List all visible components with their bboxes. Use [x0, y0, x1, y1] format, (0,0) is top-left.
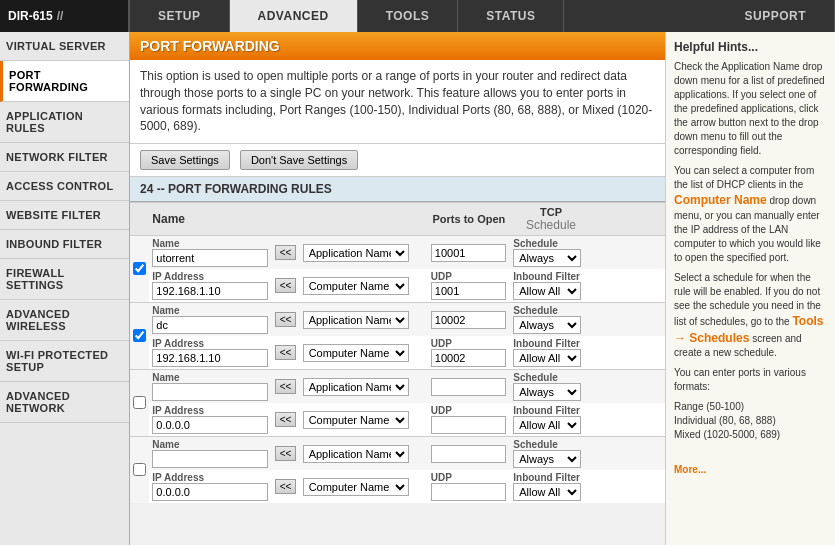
row2-app-name-select[interactable]: Application Name [303, 311, 409, 329]
more-link[interactable]: More... [674, 464, 706, 475]
sidebar-item-application-rules[interactable]: APPLICATION RULES [0, 102, 129, 143]
sidebar-item-virtual-server[interactable]: VIRTUAL SERVER [0, 32, 129, 61]
row2-computer-name-cell: Computer Name [300, 336, 412, 370]
save-settings-button[interactable]: Save Settings [140, 150, 230, 170]
table-row: Name << Application Name [130, 437, 665, 471]
header-checkbox-col [130, 203, 149, 236]
row3-app-name-select[interactable]: Application Name [303, 378, 409, 396]
row2-app-name-cell: Application Name [300, 303, 412, 337]
row1-udp-cell: UDP [428, 269, 510, 303]
sidebar-item-advanced-network[interactable]: ADVANCED NETWORK [0, 382, 129, 423]
sidebar-item-firewall-settings[interactable]: FIREWALL SETTINGS [0, 259, 129, 300]
nav-support[interactable]: SUPPORT [716, 0, 835, 32]
brand-logo: DIR-615 // [0, 0, 130, 32]
description-text: This option is used to open multiple por… [140, 69, 652, 133]
row2-schedule-select[interactable]: Always [513, 316, 581, 334]
row2-app-arrow-cell [412, 303, 428, 337]
row4-arrow-button[interactable]: << [275, 446, 297, 461]
row2-name-input[interactable] [152, 316, 268, 334]
row4-ip-input[interactable] [152, 483, 268, 501]
forwarding-rules-table-area: Name Ports to Open TCPSchedule [130, 202, 665, 545]
row2-udp-input[interactable] [431, 349, 506, 367]
row1-arrow-cell: << [271, 236, 299, 270]
row2-ip-arrow-cell: << [271, 336, 299, 370]
row4-app-name-select[interactable]: Application Name [303, 445, 409, 463]
row3-schedule-select[interactable]: Always [513, 383, 581, 401]
row3-udp-cell: UDP [428, 403, 510, 437]
forwarding-rules-table: Name Ports to Open TCPSchedule [130, 202, 665, 503]
row1-app-name-select[interactable]: Application Name [303, 244, 409, 262]
row4-ip-arrow-button[interactable]: << [275, 479, 297, 494]
row2-ip-arrow-button[interactable]: << [275, 345, 297, 360]
row1-ip-input[interactable] [152, 282, 268, 300]
table-row: Name << Application Name [130, 370, 665, 404]
sidebar-item-wifi-protected[interactable]: WI-FI PROTECTED SETUP [0, 341, 129, 382]
row3-tcp-input[interactable] [431, 378, 506, 396]
row4-schedule-select[interactable]: Always [513, 450, 581, 468]
row1-computer-name-cell: Computer Name [300, 269, 412, 303]
row2-udp-cell: UDP [428, 336, 510, 370]
row3-arrow-button[interactable]: << [275, 379, 297, 394]
row3-enable-checkbox[interactable] [133, 396, 146, 409]
main-content: PORT FORWARDING This option is used to o… [130, 32, 665, 545]
rules-header: 24 -- PORT FORWARDING RULES [130, 177, 665, 202]
sidebar-item-inbound-filter[interactable]: INBOUND FILTER [0, 230, 129, 259]
row1-arrow-button[interactable]: << [275, 245, 297, 260]
row2-computer-name-select[interactable]: Computer Name [303, 344, 409, 362]
header-app-col [300, 203, 412, 236]
tools-schedules-link[interactable]: Tools → Schedules [674, 314, 824, 345]
row3-name-input[interactable] [152, 383, 268, 401]
nav-advanced[interactable]: ADVANCED [230, 0, 358, 32]
row1-name-input[interactable] [152, 249, 268, 267]
row1-pad [592, 269, 665, 303]
dont-save-settings-button[interactable]: Don't Save Settings [240, 150, 358, 170]
row1-enable-checkbox[interactable] [133, 262, 146, 275]
row2-inbound-spacer [592, 303, 665, 337]
table-row: IP Address << Computer Name [130, 336, 665, 370]
row4-udp-input[interactable] [431, 483, 506, 501]
table-header-row: Name Ports to Open TCPSchedule [130, 203, 665, 236]
row1-tcp-input[interactable] [431, 244, 506, 262]
row4-tcp-input[interactable] [431, 445, 506, 463]
row4-enable-checkbox[interactable] [133, 463, 146, 476]
table-row: IP Address << Computer Name [130, 269, 665, 303]
row2-arrow-button[interactable]: << [275, 312, 297, 327]
row1-inbound-select[interactable]: Allow All [513, 282, 581, 300]
row3-ip-arrow-button[interactable]: << [275, 412, 297, 427]
row3-computer-name-select[interactable]: Computer Name [303, 411, 409, 429]
row4-inbound-spacer [592, 437, 665, 471]
row1-schedule-select[interactable]: Always [513, 249, 581, 267]
nav-status[interactable]: STATUS [458, 0, 564, 32]
sidebar-item-access-control[interactable]: ACCESS CONTROL [0, 172, 129, 201]
header-schedule-col: TCPSchedule [510, 203, 591, 236]
page-description: This option is used to open multiple por… [130, 60, 665, 144]
row1-udp-input[interactable] [431, 282, 506, 300]
row3-udp-input[interactable] [431, 416, 506, 434]
row3-inbound-select[interactable]: Allow All [513, 416, 581, 434]
row2-enable-checkbox[interactable] [133, 329, 146, 342]
table-row: Name << Application Name [130, 303, 665, 337]
row4-computer-name-select[interactable]: Computer Name [303, 478, 409, 496]
row1-inbound-filter-cell: Inbound Filter Allow All [510, 269, 591, 303]
row4-name-cell: Name [149, 437, 271, 471]
help-formats: Range (50-100)Individual (80, 68, 888)Mi… [674, 400, 827, 442]
row3-ip-arrow-cell: << [271, 403, 299, 437]
row4-comp-arrow-cell [412, 470, 428, 503]
row4-inbound-select[interactable]: Allow All [513, 483, 581, 501]
row2-tcp-input[interactable] [431, 311, 506, 329]
sidebar-item-advanced-wireless[interactable]: ADVANCED WIRELESS [0, 300, 129, 341]
row1-computer-name-select[interactable]: Computer Name [303, 277, 409, 295]
row4-udp-cell: UDP [428, 470, 510, 503]
nav-setup[interactable]: SETUP [130, 0, 230, 32]
sidebar-item-website-filter[interactable]: WEBSITE FILTER [0, 201, 129, 230]
sidebar-item-network-filter[interactable]: NETWORK FILTER [0, 143, 129, 172]
row4-name-input[interactable] [152, 450, 268, 468]
row1-ip-arrow-button[interactable]: << [275, 278, 297, 293]
row3-schedule-cell: Schedule Always [510, 370, 591, 404]
sidebar-item-port-forwarding[interactable]: PORT FORWARDING [0, 61, 129, 102]
nav-tools[interactable]: TOOLS [358, 0, 459, 32]
row2-inbound-select[interactable]: Allow All [513, 349, 581, 367]
row3-ip-input[interactable] [152, 416, 268, 434]
row2-ip-input[interactable] [152, 349, 268, 367]
row4-checkbox-cell [130, 437, 149, 504]
